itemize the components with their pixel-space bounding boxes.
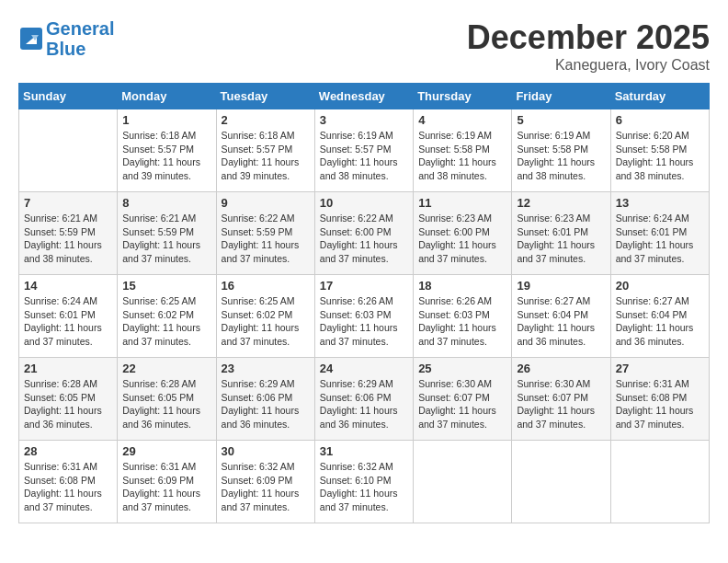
calendar-cell: 19Sunrise: 6:27 AMSunset: 6:04 PMDayligh… (512, 275, 610, 358)
calendar-cell: 24Sunrise: 6:29 AMSunset: 6:06 PMDayligh… (314, 358, 413, 441)
calendar-cell: 26Sunrise: 6:30 AMSunset: 6:07 PMDayligh… (512, 358, 610, 441)
calendar-cell (414, 441, 512, 523)
page-header: General Blue December 2025 Kaneguera, Iv… (18, 18, 710, 74)
cell-info: Sunrise: 6:31 AMSunset: 6:09 PMDaylight:… (122, 460, 210, 514)
day-number: 7 (24, 196, 112, 210)
day-number: 21 (24, 362, 112, 375)
calendar-week-1: 1Sunrise: 6:18 AMSunset: 5:57 PMDaylight… (19, 109, 710, 192)
calendar-cell: 12Sunrise: 6:23 AMSunset: 6:01 PMDayligh… (512, 192, 610, 275)
weekday-header-friday: Friday (512, 84, 610, 109)
cell-info: Sunrise: 6:18 AMSunset: 5:57 PMDaylight:… (222, 129, 310, 183)
cell-info: Sunrise: 6:26 AMSunset: 6:03 PMDaylight:… (320, 294, 408, 349)
calendar-cell: 5Sunrise: 6:19 AMSunset: 5:58 PMDaylight… (512, 109, 610, 192)
cell-info: Sunrise: 6:31 AMSunset: 6:08 PMDaylight:… (24, 460, 112, 514)
cell-info: Sunrise: 6:23 AMSunset: 6:01 PMDaylight:… (517, 212, 605, 266)
cell-info: Sunrise: 6:27 AMSunset: 6:04 PMDaylight:… (616, 294, 704, 349)
cell-info: Sunrise: 6:30 AMSunset: 6:07 PMDaylight:… (418, 377, 506, 431)
weekday-header-monday: Monday (118, 84, 216, 109)
cell-info: Sunrise: 6:22 AMSunset: 5:59 PMDaylight:… (222, 212, 310, 266)
day-number: 4 (418, 113, 506, 127)
cell-info: Sunrise: 6:30 AMSunset: 6:07 PMDaylight:… (517, 377, 605, 431)
calendar-cell: 1Sunrise: 6:18 AMSunset: 5:57 PMDaylight… (118, 109, 216, 192)
cell-info: Sunrise: 6:21 AMSunset: 5:59 PMDaylight:… (24, 212, 112, 266)
day-number: 22 (122, 362, 210, 375)
day-number: 10 (320, 196, 408, 210)
day-number: 26 (517, 362, 605, 375)
calendar-week-3: 14Sunrise: 6:24 AMSunset: 6:01 PMDayligh… (19, 275, 710, 358)
calendar-cell: 21Sunrise: 6:28 AMSunset: 6:05 PMDayligh… (19, 358, 118, 441)
weekday-header-saturday: Saturday (610, 84, 709, 109)
cell-info: Sunrise: 6:18 AMSunset: 5:57 PMDaylight:… (122, 129, 210, 183)
cell-info: Sunrise: 6:28 AMSunset: 6:05 PMDaylight:… (24, 377, 112, 431)
cell-info: Sunrise: 6:31 AMSunset: 6:08 PMDaylight:… (616, 377, 704, 431)
cell-info: Sunrise: 6:20 AMSunset: 5:58 PMDaylight:… (616, 129, 704, 183)
calendar-cell: 28Sunrise: 6:31 AMSunset: 6:08 PMDayligh… (19, 441, 118, 523)
calendar-cell: 27Sunrise: 6:31 AMSunset: 6:08 PMDayligh… (610, 358, 709, 441)
weekday-header-wednesday: Wednesday (314, 84, 413, 109)
calendar-cell: 3Sunrise: 6:19 AMSunset: 5:57 PMDaylight… (314, 109, 413, 192)
day-number: 14 (24, 279, 112, 293)
calendar-cell: 10Sunrise: 6:22 AMSunset: 6:00 PMDayligh… (314, 192, 413, 275)
day-number: 11 (418, 196, 506, 210)
calendar-cell: 16Sunrise: 6:25 AMSunset: 6:02 PMDayligh… (216, 275, 314, 358)
cell-info: Sunrise: 6:32 AMSunset: 6:10 PMDaylight:… (320, 460, 408, 514)
calendar-cell (512, 441, 610, 523)
logo-line2: Blue (46, 39, 85, 59)
cell-info: Sunrise: 6:24 AMSunset: 6:01 PMDaylight:… (616, 212, 704, 266)
day-number: 30 (222, 444, 310, 458)
day-number: 8 (122, 196, 210, 210)
cell-info: Sunrise: 6:27 AMSunset: 6:04 PMDaylight:… (517, 294, 605, 349)
cell-info: Sunrise: 6:26 AMSunset: 6:03 PMDaylight:… (418, 294, 506, 349)
day-number: 13 (616, 196, 704, 210)
calendar-cell: 20Sunrise: 6:27 AMSunset: 6:04 PMDayligh… (610, 275, 709, 358)
logo-text: General Blue (46, 18, 114, 59)
calendar-cell: 6Sunrise: 6:20 AMSunset: 5:58 PMDaylight… (610, 109, 709, 192)
calendar-cell: 14Sunrise: 6:24 AMSunset: 6:01 PMDayligh… (19, 275, 118, 358)
day-number: 12 (517, 196, 605, 210)
day-number: 9 (222, 196, 310, 210)
cell-info: Sunrise: 6:23 AMSunset: 6:00 PMDaylight:… (418, 212, 506, 266)
weekday-header-tuesday: Tuesday (216, 84, 314, 109)
cell-info: Sunrise: 6:24 AMSunset: 6:01 PMDaylight:… (24, 294, 112, 349)
calendar-cell: 2Sunrise: 6:18 AMSunset: 5:57 PMDaylight… (216, 109, 314, 192)
calendar-cell: 22Sunrise: 6:28 AMSunset: 6:05 PMDayligh… (118, 358, 216, 441)
day-number: 28 (24, 444, 112, 458)
calendar-cell: 30Sunrise: 6:32 AMSunset: 6:09 PMDayligh… (216, 441, 314, 523)
calendar-cell: 8Sunrise: 6:21 AMSunset: 5:59 PMDaylight… (118, 192, 216, 275)
cell-info: Sunrise: 6:29 AMSunset: 6:06 PMDaylight:… (320, 377, 408, 431)
cell-info: Sunrise: 6:21 AMSunset: 5:59 PMDaylight:… (122, 212, 210, 266)
calendar-cell (19, 109, 118, 192)
day-number: 5 (517, 113, 605, 127)
cell-info: Sunrise: 6:25 AMSunset: 6:02 PMDaylight:… (222, 294, 310, 349)
calendar-week-5: 28Sunrise: 6:31 AMSunset: 6:08 PMDayligh… (19, 441, 710, 523)
day-number: 27 (616, 362, 704, 375)
calendar-cell: 4Sunrise: 6:19 AMSunset: 5:58 PMDaylight… (414, 109, 512, 192)
calendar-cell: 29Sunrise: 6:31 AMSunset: 6:09 PMDayligh… (118, 441, 216, 523)
calendar-cell: 18Sunrise: 6:26 AMSunset: 6:03 PMDayligh… (414, 275, 512, 358)
calendar-week-2: 7Sunrise: 6:21 AMSunset: 5:59 PMDaylight… (19, 192, 710, 275)
day-number: 20 (616, 279, 704, 293)
logo-icon (18, 26, 44, 52)
calendar-cell: 9Sunrise: 6:22 AMSunset: 5:59 PMDaylight… (216, 192, 314, 275)
location: Kaneguera, Ivory Coast (467, 57, 710, 74)
day-number: 3 (320, 113, 408, 127)
day-number: 6 (616, 113, 704, 127)
cell-info: Sunrise: 6:25 AMSunset: 6:02 PMDaylight:… (122, 294, 210, 349)
day-number: 15 (122, 279, 210, 293)
svg-rect-0 (20, 28, 42, 50)
day-number: 1 (122, 113, 210, 127)
cell-info: Sunrise: 6:19 AMSunset: 5:57 PMDaylight:… (320, 129, 408, 183)
calendar-cell (610, 441, 709, 523)
calendar-table: SundayMondayTuesdayWednesdayThursdayFrid… (18, 83, 710, 523)
logo-line1: General (46, 18, 114, 39)
month-title: December 2025 (467, 18, 710, 57)
day-number: 24 (320, 362, 408, 375)
calendar-cell: 25Sunrise: 6:30 AMSunset: 6:07 PMDayligh… (414, 358, 512, 441)
calendar-cell: 31Sunrise: 6:32 AMSunset: 6:10 PMDayligh… (314, 441, 413, 523)
day-number: 23 (222, 362, 310, 375)
title-block: December 2025 Kaneguera, Ivory Coast (467, 18, 710, 74)
calendar-week-4: 21Sunrise: 6:28 AMSunset: 6:05 PMDayligh… (19, 358, 710, 441)
calendar-cell: 17Sunrise: 6:26 AMSunset: 6:03 PMDayligh… (314, 275, 413, 358)
cell-info: Sunrise: 6:32 AMSunset: 6:09 PMDaylight:… (222, 460, 310, 514)
day-number: 29 (122, 444, 210, 458)
